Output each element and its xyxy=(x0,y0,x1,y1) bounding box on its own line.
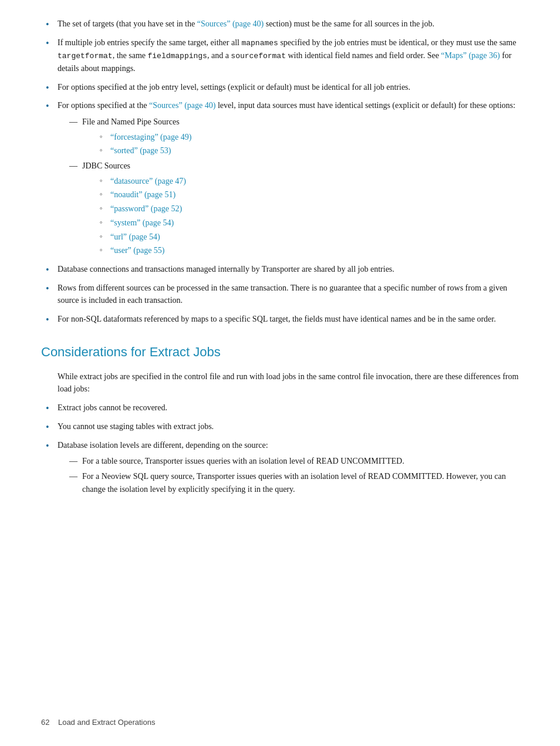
isolation-item-1: For a table source, Transporter issues q… xyxy=(69,455,519,468)
b6-text: Rows from different sources can be proce… xyxy=(58,283,507,305)
jdbc-item-5: “url” (page 54) xyxy=(100,231,519,244)
iso2-text: For a Neoview SQL query source, Transpor… xyxy=(82,472,506,494)
b4-t2: level, input data sources must have iden… xyxy=(215,101,515,110)
file-dot-list: “forcestaging” (page 49) “sorted” (page … xyxy=(100,131,519,157)
jdbc-item-3: “password” (page 52) xyxy=(100,202,519,215)
b4-t1: For options specified at the xyxy=(58,101,149,110)
sub-dash-file: File and Named Pipe Sources “forcestagin… xyxy=(69,116,519,157)
datasource-link[interactable]: “datasource” (page 47) xyxy=(110,177,186,185)
b2-link[interactable]: “Maps” (page 36) xyxy=(441,51,500,60)
noaudit-link[interactable]: “noaudit” (page 51) xyxy=(110,190,176,199)
page-content: The set of targets (that you have set in… xyxy=(41,18,519,495)
main-bullet-list: The set of targets (that you have set in… xyxy=(41,18,519,326)
sorted-link[interactable]: “sorted” (page 53) xyxy=(110,146,171,155)
url-link[interactable]: “url” (page 54) xyxy=(110,232,160,241)
file-label: File and Named Pipe Sources xyxy=(82,117,180,126)
eb1-text: Extract jobs cannot be recovered. xyxy=(58,403,167,412)
section-heading-extract: Considerations for Extract Jobs xyxy=(41,342,519,362)
b2-code2: targetformat xyxy=(58,52,113,60)
bullet-item-7: For non-SQL dataformats referenced by ma… xyxy=(41,313,519,326)
eb2-text: You cannot use staging tables with extra… xyxy=(58,422,214,431)
extract-intro: While extract jobs are specified in the … xyxy=(58,370,519,396)
footer-section: Load and Extract Operations xyxy=(58,718,156,727)
b5-text: Database connections and transactions ma… xyxy=(58,265,394,274)
extract-bullet-2: You cannot use staging tables with extra… xyxy=(41,420,519,433)
isolation-item-2: For a Neoview SQL query source, Transpor… xyxy=(69,470,519,495)
sub-dash-jdbc: JDBC Sources “datasource” (page 47) “noa… xyxy=(69,160,519,257)
b2-t5: with identical field names and field ord… xyxy=(286,51,441,60)
eb3-text: Database isolation levels are different,… xyxy=(58,441,268,450)
bullet1-text-before: The set of targets (that you have set in… xyxy=(58,19,197,28)
extract-bullet-3: Database isolation levels are different,… xyxy=(41,439,519,496)
extract-bullet-list: Extract jobs cannot be recovered. You ca… xyxy=(41,401,519,495)
isolation-dash-list: For a table source, Transporter issues q… xyxy=(69,455,519,495)
b2-t1: If multiple job entries specify the same… xyxy=(58,38,241,47)
file-item-1: “forcestaging” (page 49) xyxy=(100,131,519,144)
b7-text: For non-SQL dataformats referenced by ma… xyxy=(58,315,496,323)
password-link[interactable]: “password” (page 52) xyxy=(110,204,182,213)
b3-text: For options specified at the job entry l… xyxy=(58,83,410,92)
bullet-item-2: If multiple job entries specify the same… xyxy=(41,36,519,75)
user-link[interactable]: “user” (page 55) xyxy=(110,246,165,255)
b2-t4: , and a xyxy=(207,51,231,60)
file-item-2: “sorted” (page 53) xyxy=(100,144,519,157)
jdbc-label: JDBC Sources xyxy=(82,161,130,170)
jdbc-item-1: “datasource” (page 47) xyxy=(100,175,519,188)
jdbc-item-6: “user” (page 55) xyxy=(100,244,519,257)
system-link[interactable]: “system” (page 54) xyxy=(110,218,174,227)
b2-t2: specified by the job entries must be ide… xyxy=(278,38,517,47)
bullet-item-4: For options specified at the “Sources” (… xyxy=(41,99,519,257)
bullet-item-3: For options specified at the job entry l… xyxy=(41,81,519,94)
forcestaging-link[interactable]: “forcestaging” (page 49) xyxy=(110,133,191,141)
iso1-text: For a table source, Transporter issues q… xyxy=(82,457,404,465)
jdbc-dot-list: “datasource” (page 47) “noaudit” (page 5… xyxy=(100,175,519,257)
bullet1-text-after: section) must be the same for all source… xyxy=(264,19,434,28)
b2-t3: , the same xyxy=(113,51,148,60)
b4-link[interactable]: “Sources” (page 40) xyxy=(149,101,216,110)
bullet-item-1: The set of targets (that you have set in… xyxy=(41,18,519,31)
b2-code3: fieldmappings xyxy=(148,52,207,60)
bullet-item-5: Database connections and transactions ma… xyxy=(41,263,519,276)
page-footer: 62 Load and Extract Operations xyxy=(41,717,155,728)
sub-dash-list: File and Named Pipe Sources “forcestagin… xyxy=(69,116,519,257)
b2-code4: sourceformat xyxy=(231,52,286,60)
bullet1-link[interactable]: “Sources” (page 40) xyxy=(197,19,264,28)
jdbc-item-4: “system” (page 54) xyxy=(100,217,519,229)
extract-bullet-1: Extract jobs cannot be recovered. xyxy=(41,401,519,414)
bullet-item-6: Rows from different sources can be proce… xyxy=(41,282,519,307)
b2-code1: mapnames xyxy=(241,39,278,48)
page-number: 62 xyxy=(41,718,49,727)
jdbc-item-2: “noaudit” (page 51) xyxy=(100,188,519,201)
